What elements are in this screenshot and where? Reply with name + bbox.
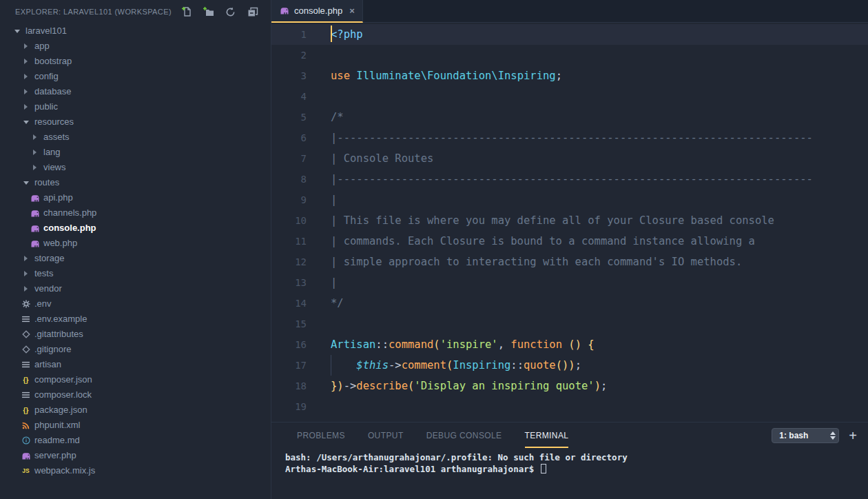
code-editor[interactable]: 1<?php23use Illuminate\Foundation\Inspir… <box>271 23 868 422</box>
code-line-content: | <box>331 190 337 210</box>
code-line-10[interactable]: 10| This file is where you may define al… <box>271 210 868 231</box>
php-icon <box>30 194 40 202</box>
tree-item-public[interactable]: public <box>0 99 271 114</box>
gear-icon <box>22 300 30 308</box>
tree-item-bootstrap[interactable]: bootstrap <box>0 54 271 69</box>
panel-tab-terminal[interactable]: TERMINAL <box>525 422 569 448</box>
line-number: 9 <box>271 190 307 210</box>
new-terminal-button[interactable]: + <box>849 429 857 442</box>
line-number: 12 <box>271 252 307 272</box>
refresh-button[interactable] <box>225 6 236 18</box>
code-line-content: | simple approach to interacting with ea… <box>331 252 742 272</box>
tree-item-api-php[interactable]: api.php <box>0 190 271 205</box>
terminal-shell-select[interactable]: 1: bash <box>772 428 839 443</box>
tree-item--gitignore[interactable]: .gitignore <box>0 342 271 357</box>
tree-item-label: public <box>34 99 58 114</box>
code-line-8[interactable]: 8|--------------------------------------… <box>271 169 868 190</box>
tree-item-views[interactable]: views <box>0 160 271 175</box>
list-icon <box>22 391 30 398</box>
chevron-collapsed-icon <box>33 150 37 155</box>
code-line-12[interactable]: 12| simple approach to interacting with … <box>271 252 868 272</box>
tree-item-web-php[interactable]: web.php <box>0 236 271 251</box>
panel-tab-problems[interactable]: PROBLEMS <box>297 422 345 448</box>
tree-item-tests[interactable]: tests <box>0 266 271 281</box>
chevron-collapsed-icon <box>24 59 28 64</box>
tree-item-phpunit-xml[interactable]: phpunit.xml <box>0 418 271 433</box>
info-icon <box>22 436 30 445</box>
tree-item-label: webpack.mix.js <box>34 463 95 478</box>
tree-item-config[interactable]: config <box>0 69 271 84</box>
tree-item-label: views <box>43 160 66 175</box>
code-line-content: $this->comment(Inspiring::quote()); <box>331 355 581 376</box>
php-icon <box>280 7 289 14</box>
tree-item-laravel101[interactable]: laravel101 <box>0 23 271 39</box>
tree-item-assets[interactable]: assets <box>0 130 271 145</box>
code-line-15[interactable]: 15 <box>271 314 868 334</box>
tree-item--env[interactable]: .env <box>0 296 271 312</box>
tree-item-server-php[interactable]: server.php <box>0 448 271 463</box>
line-number: 5 <box>271 107 307 128</box>
tree-item-package-json[interactable]: {}package.json <box>0 403 271 418</box>
new-folder-button[interactable] <box>203 6 214 18</box>
code-line-9[interactable]: 9| <box>271 190 868 210</box>
tree-item-label: web.php <box>43 236 77 251</box>
text-cursor <box>331 26 332 42</box>
code-line-content: | This file is where you may define all … <box>331 210 774 231</box>
tree-item-resources[interactable]: resources <box>0 114 271 130</box>
code-line-11[interactable]: 11| commands. Each Closure is bound to a… <box>271 231 868 252</box>
line-number: 18 <box>271 376 307 396</box>
code-line-4[interactable]: 4 <box>271 86 868 107</box>
code-line-7[interactable]: 7| Console Routes <box>271 148 868 169</box>
code-line-6[interactable]: 6|--------------------------------------… <box>271 128 868 148</box>
tree-item-database[interactable]: database <box>0 84 271 99</box>
code-line-5[interactable]: 5/* <box>271 107 868 128</box>
new-file-button[interactable] <box>180 6 192 18</box>
chevron-collapsed-icon <box>24 104 28 110</box>
tree-item-webpack-mix-js[interactable]: JSwebpack.mix.js <box>0 463 271 478</box>
tree-item-app[interactable]: app <box>0 39 271 54</box>
code-line-16[interactable]: 16Artisan::command('inspire', function (… <box>271 334 868 355</box>
panel-controls: 1: bash + <box>772 428 857 443</box>
editor-tab-bar: console.php × <box>271 0 868 23</box>
code-line-13[interactable]: 13| <box>271 272 868 293</box>
tree-item-channels-php[interactable]: channels.php <box>0 205 271 221</box>
close-icon[interactable]: × <box>349 6 355 16</box>
list-icon <box>22 361 30 368</box>
tree-item-lang[interactable]: lang <box>0 145 271 160</box>
code-line-2[interactable]: 2 <box>271 45 868 65</box>
braces-icon: {} <box>23 376 29 384</box>
tree-item-vendor[interactable]: vendor <box>0 281 271 296</box>
chevron-expanded-icon <box>14 30 20 33</box>
tree-item--env-example[interactable]: .env.example <box>0 312 271 327</box>
code-line-content: | commands. Each Closure is bound to a c… <box>331 231 755 252</box>
tree-item-storage[interactable]: storage <box>0 251 271 266</box>
line-number: 7 <box>271 148 307 169</box>
tree-item-composer-json[interactable]: {}composer.json <box>0 372 271 387</box>
tree-item-label: storage <box>34 251 64 266</box>
tree-item-composer-lock[interactable]: composer.lock <box>0 387 271 403</box>
panel-tabs: PROBLEMSOUTPUTDEBUG CONSOLETERMINAL <box>297 422 591 448</box>
code-line-1[interactable]: 1<?php <box>271 24 868 45</box>
chevron-collapsed-icon <box>24 256 28 261</box>
code-line-14[interactable]: 14*/ <box>271 293 868 314</box>
panel-tab-output[interactable]: OUTPUT <box>368 422 404 448</box>
panel-tab-debug-console[interactable]: DEBUG CONSOLE <box>426 422 502 448</box>
chevron-expanded-icon <box>23 181 29 185</box>
terminal-cursor <box>541 464 546 473</box>
tree-item-routes[interactable]: routes <box>0 175 271 190</box>
tree-item-readme-md[interactable]: readme.md <box>0 433 271 448</box>
code-line-17[interactable]: 17 $this->comment(Inspiring::quote()); <box>271 355 868 376</box>
terminal-output[interactable]: bash: /Users/arthanugrahajonar/.profile:… <box>271 448 868 475</box>
code-line-19[interactable]: 19 <box>271 396 868 417</box>
collapse-all-button[interactable] <box>247 6 258 18</box>
tree-item--gitattributes[interactable]: .gitattributes <box>0 327 271 342</box>
tree-item-artisan[interactable]: artisan <box>0 357 271 372</box>
code-line-18[interactable]: 18})->describe('Display an inspiring quo… <box>271 376 868 396</box>
tab-console-php[interactable]: console.php × <box>271 0 363 23</box>
tree-item-label: console.php <box>43 221 96 236</box>
chevron-collapsed-icon <box>24 271 28 276</box>
xml-icon <box>22 422 30 429</box>
tree-item-console-php[interactable]: console.php <box>0 221 271 236</box>
code-line-3[interactable]: 3use Illuminate\Foundation\Inspiring; <box>271 65 868 86</box>
chevron-collapsed-icon <box>33 165 37 170</box>
